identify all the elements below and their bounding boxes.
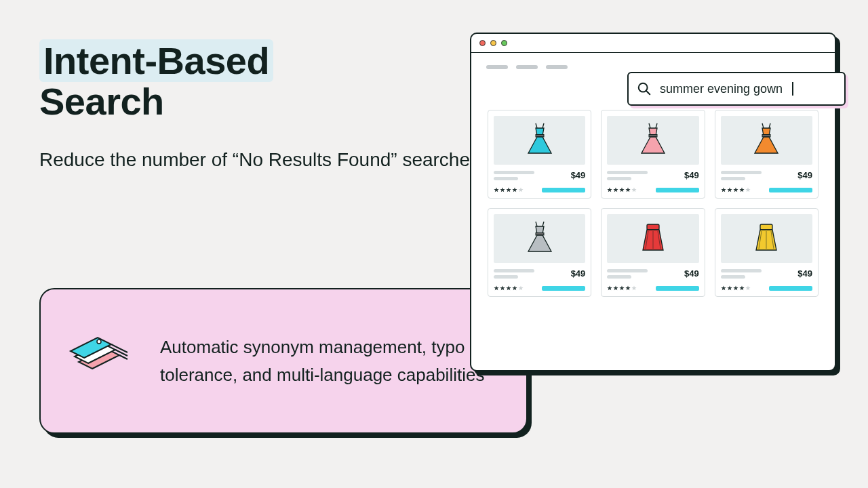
product-card[interactable]: $49 (488, 208, 591, 297)
placeholder-lines (607, 171, 648, 180)
svg-line-33 (536, 222, 537, 226)
product-card[interactable]: $49 (715, 208, 818, 297)
svg-marker-48 (626, 285, 631, 290)
placeholder-lines (607, 269, 648, 279)
svg-marker-45 (608, 285, 612, 290)
product-image (607, 116, 698, 165)
product-price: $49 (684, 268, 699, 279)
svg-marker-14 (506, 187, 511, 192)
product-price: $49 (797, 170, 812, 180)
svg-line-10 (542, 123, 544, 128)
svg-marker-13 (500, 187, 505, 192)
svg-marker-20 (608, 187, 612, 192)
progress-bar (542, 286, 585, 291)
svg-marker-37 (500, 285, 505, 290)
product-card[interactable]: $49 (715, 110, 818, 199)
placeholder-dash (486, 65, 508, 69)
svg-marker-24 (632, 187, 637, 192)
search-icon (637, 81, 652, 96)
svg-marker-28 (721, 187, 726, 192)
svg-marker-22 (620, 187, 625, 192)
headline-highlight: Intent-Based (39, 39, 273, 82)
product-price: $49 (571, 268, 586, 279)
svg-rect-41 (647, 224, 659, 230)
svg-marker-36 (494, 285, 498, 290)
placeholder-dash (516, 65, 538, 69)
window-close-dot (479, 40, 486, 46)
svg-marker-29 (727, 187, 732, 192)
svg-line-9 (536, 123, 537, 128)
placeholder-lines (721, 269, 762, 279)
svg-marker-56 (733, 285, 738, 290)
svg-point-3 (97, 340, 101, 344)
placeholder-lines (494, 171, 534, 180)
product-card[interactable]: $49 (601, 110, 705, 199)
placeholder-lines (494, 269, 534, 279)
product-image (721, 214, 812, 263)
progress-bar (656, 286, 699, 291)
placeholder-lines (721, 171, 762, 180)
product-image (494, 214, 585, 263)
feature-callout: Automatic synonym management, typo toler… (39, 288, 528, 434)
svg-marker-30 (733, 187, 738, 192)
text-cursor (792, 82, 793, 96)
product-image (721, 116, 812, 165)
product-card[interactable]: $49 (601, 208, 705, 297)
headline-rest: Search (39, 80, 164, 123)
product-image (607, 214, 698, 263)
layers-icon (68, 331, 136, 392)
rating-stars (607, 187, 637, 192)
svg-marker-23 (626, 187, 631, 192)
search-query: summer evening gown (660, 82, 783, 96)
product-card[interactable]: $49 (488, 110, 591, 199)
browser-mockup: summer evening gown $49 $49 (470, 33, 836, 371)
progress-bar (769, 188, 812, 192)
callout-text: Automatic synonym management, typo toler… (160, 333, 499, 388)
svg-marker-46 (614, 285, 618, 290)
window-controls (471, 34, 835, 53)
rating-stars (607, 285, 637, 291)
svg-line-34 (542, 222, 544, 226)
svg-marker-58 (745, 285, 750, 290)
svg-marker-15 (512, 187, 517, 192)
svg-marker-40 (518, 285, 523, 290)
svg-marker-49 (632, 285, 637, 290)
page-subtitle: Reduce the number of “No Results Found” … (39, 146, 479, 174)
svg-line-26 (769, 123, 770, 128)
product-image (494, 116, 585, 165)
product-grid: $49 $49 (471, 80, 835, 297)
svg-line-25 (762, 123, 764, 128)
svg-marker-54 (721, 285, 726, 290)
svg-marker-47 (620, 285, 625, 290)
rating-stars (494, 187, 524, 192)
svg-marker-21 (614, 187, 618, 192)
svg-marker-38 (506, 285, 511, 290)
rating-stars (721, 285, 751, 291)
svg-line-17 (649, 123, 650, 128)
svg-marker-31 (739, 187, 744, 192)
svg-rect-50 (760, 224, 772, 230)
svg-marker-12 (494, 187, 498, 192)
search-input[interactable]: summer evening gown (627, 72, 846, 106)
svg-line-8 (646, 91, 650, 94)
svg-marker-57 (739, 285, 744, 290)
progress-bar (542, 188, 585, 192)
product-price: $49 (571, 170, 586, 180)
placeholder-dash (546, 65, 568, 69)
svg-marker-32 (745, 187, 750, 192)
svg-line-18 (656, 123, 657, 128)
product-price: $49 (797, 268, 812, 279)
svg-marker-55 (727, 285, 732, 290)
window-min-dot (490, 40, 496, 46)
rating-stars (494, 285, 524, 291)
svg-marker-16 (518, 187, 523, 192)
rating-stars (721, 187, 751, 192)
window-max-dot (501, 40, 507, 46)
product-price: $49 (684, 170, 699, 180)
svg-marker-39 (512, 285, 517, 290)
progress-bar (656, 188, 699, 192)
page-title: Intent-Based Search (39, 41, 273, 123)
progress-bar (769, 286, 812, 291)
